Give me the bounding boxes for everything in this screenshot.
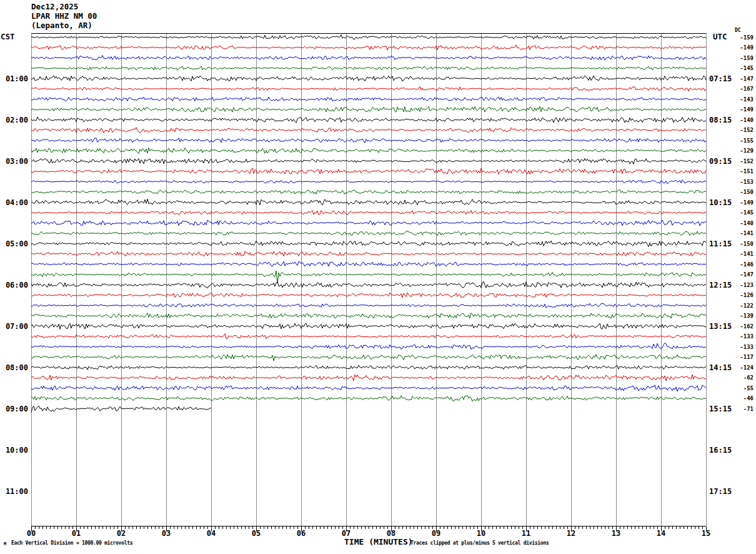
trace-row: [31, 365, 706, 370]
dc-value: -124: [730, 365, 754, 371]
trace-row: [31, 45, 706, 50]
left-hour-label: 04:00: [0, 198, 28, 207]
dc-value: -117: [730, 354, 754, 360]
trace-row: [31, 303, 706, 308]
x-tick-label: 07: [337, 529, 355, 538]
trace-row: [31, 76, 706, 81]
dc-value: -122: [730, 303, 754, 309]
trace-row: [31, 395, 706, 401]
trace-row: [31, 86, 706, 91]
x-tick-label: 04: [202, 529, 220, 538]
dc-value: -155: [730, 138, 754, 144]
dc-value: -146: [730, 261, 754, 268]
x-tick-label: 13: [607, 529, 625, 538]
x-tick-label: 06: [292, 529, 310, 538]
trace-row: [31, 211, 706, 215]
left-hour-label: 09:00: [0, 405, 28, 413]
dc-value: -159: [730, 34, 754, 41]
trace-row: [31, 251, 706, 256]
left-hour-label: 03:00: [0, 157, 28, 166]
dc-value: -123: [730, 282, 754, 288]
clipping-note: Traces clipped at plus/minus 5 vertical …: [410, 540, 549, 546]
x-tick-label: 05: [247, 529, 265, 538]
trace-row: [31, 313, 706, 319]
left-hour-label: 01:00: [0, 74, 28, 83]
trace-row: [31, 271, 706, 283]
dc-value: -126: [730, 292, 754, 298]
x-tick-label: 00: [22, 529, 40, 538]
trace-row: [31, 293, 706, 298]
dc-value: -152: [730, 158, 754, 164]
corner-mark: M: [4, 541, 6, 546]
dc-value: -55: [730, 385, 754, 391]
dc-value: -149: [730, 199, 754, 206]
left-hour-label: 06:00: [0, 281, 28, 290]
dc-value: -71: [730, 406, 754, 412]
right-hour-label: 16:15: [709, 446, 739, 455]
trace-row: [31, 138, 706, 143]
trace-row: [31, 241, 706, 247]
trace-row: [31, 168, 706, 174]
dc-value: -159: [730, 55, 754, 61]
dc-value: -141: [730, 251, 754, 257]
dc-value: -129: [730, 148, 754, 154]
dc-value: -147: [730, 271, 754, 278]
dc-value: -46: [730, 395, 754, 401]
dc-value: -149: [730, 106, 754, 113]
dc-value: -140: [730, 117, 754, 123]
left-hour-label: 07:00: [0, 322, 28, 331]
left-hour-label: 11:00: [0, 487, 28, 496]
dc-value: -150: [730, 189, 754, 195]
dc-value: -145: [730, 65, 754, 71]
dc-value: -62: [730, 375, 754, 381]
x-tick-label: 08: [382, 529, 400, 538]
dc-value: -149: [730, 44, 754, 51]
helicorder-screen: Dec12,2025 LPAR HHZ NM 00 (Lepanto, AR) …: [0, 0, 756, 554]
x-tick-label: 03: [157, 529, 175, 538]
trace-row: [31, 97, 706, 101]
left-hour-label: 08:00: [0, 363, 28, 372]
dc-value: -167: [730, 86, 754, 92]
x-tick-label: 12: [562, 529, 580, 538]
x-tick-label: 14: [652, 529, 670, 538]
x-tick-label: 02: [112, 529, 130, 538]
trace-row: [31, 148, 706, 154]
trace-row: [31, 66, 706, 70]
dc-value: -141: [730, 230, 754, 236]
dc-value: -152: [730, 127, 754, 133]
dc-value: -147: [730, 76, 754, 82]
trace-row: [31, 281, 706, 288]
trace-row: [31, 375, 706, 381]
trace-row: [31, 106, 706, 112]
dc-value: -133: [730, 333, 754, 340]
x-tick-label: 09: [427, 529, 445, 538]
trace-row: [31, 231, 706, 236]
seismogram-plot: [0, 0, 756, 554]
x-tick-label: 10: [472, 529, 490, 538]
dc-value: -150: [730, 241, 754, 247]
x-tick-label: 15: [697, 529, 715, 538]
vertical-division-note: Each Vertical Division = 1000.00 microvo…: [11, 540, 132, 546]
trace-row: [31, 343, 706, 350]
trace-row: [31, 199, 706, 205]
left-hour-label: 10:00: [0, 446, 28, 455]
x-tick-label: 11: [517, 529, 535, 538]
trace-row: [31, 355, 706, 361]
trace-row: [31, 190, 706, 194]
x-axis-label: TIME (MINUTES): [344, 537, 413, 546]
left-hour-label: 02:00: [0, 116, 28, 124]
dc-value: -139: [730, 313, 754, 319]
left-hour-label: 05:00: [0, 239, 28, 248]
dc-value: -145: [730, 209, 754, 216]
trace-row: [31, 334, 706, 339]
dc-value: -153: [730, 179, 754, 185]
trace-row: [31, 261, 706, 266]
trace-row: [31, 180, 706, 184]
trace-row: [31, 128, 706, 133]
dc-value: -162: [730, 323, 754, 330]
right-hour-label: 17:15: [709, 487, 739, 496]
dc-value: -133: [730, 344, 754, 350]
x-tick-label: 01: [67, 529, 85, 538]
dc-value: -151: [730, 168, 754, 174]
trace-row: [31, 385, 706, 391]
